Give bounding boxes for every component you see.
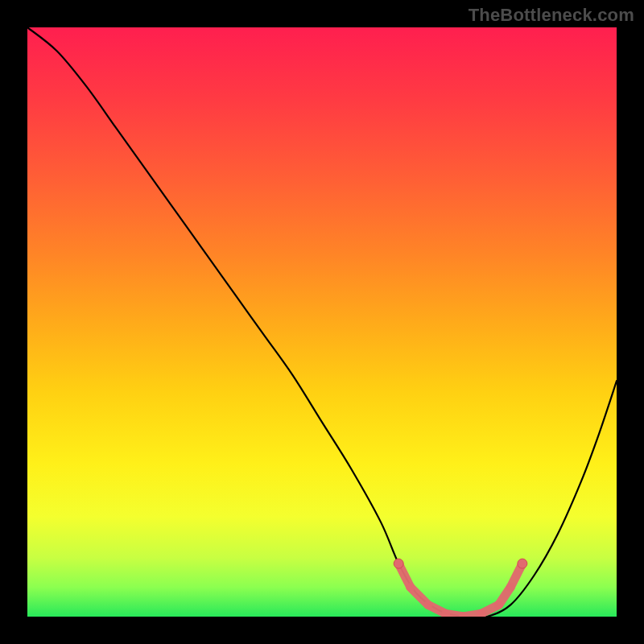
gradient-bg [27, 27, 617, 617]
bottleneck-chart [27, 27, 617, 617]
chart-frame: TheBottleneck.com [0, 0, 644, 644]
plot-area [27, 27, 617, 617]
svg-point-8 [394, 559, 403, 568]
svg-point-9 [518, 559, 527, 568]
watermark-text: TheBottleneck.com [469, 5, 634, 26]
